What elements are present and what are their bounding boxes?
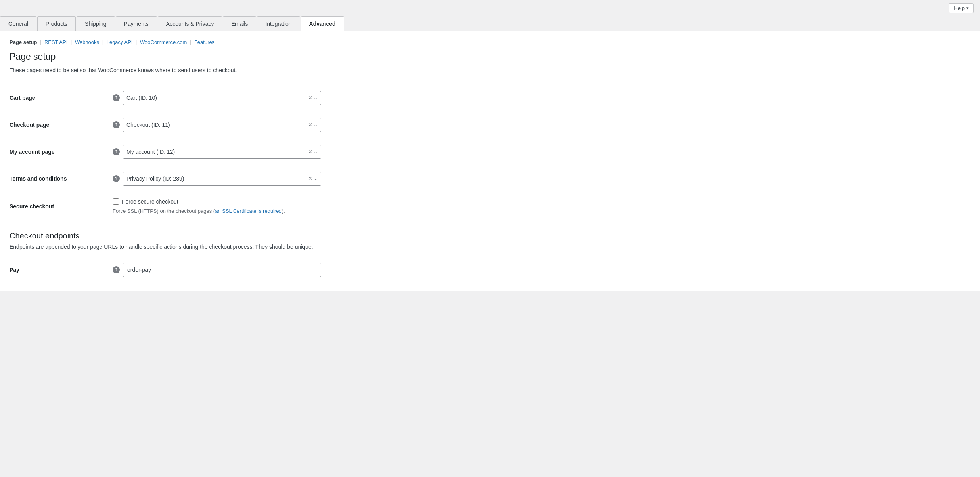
select-clear-icon[interactable]: ×: [308, 148, 312, 155]
endpoint-input-pay[interactable]: [123, 263, 321, 277]
help-icon[interactable]: ?: [113, 175, 120, 182]
tab-general[interactable]: General: [0, 16, 36, 31]
tabs-container: GeneralProductsShippingPaymentsAccounts …: [0, 16, 980, 31]
page-description: These pages need to be set so that WooCo…: [10, 67, 970, 73]
sub-nav-link-webhooks[interactable]: Webhooks: [75, 39, 99, 45]
help-icon[interactable]: ?: [113, 266, 120, 273]
select-cart-page[interactable]: Cart (ID: 10) × ⌄: [123, 91, 321, 105]
chevron-down-icon: ⌄: [314, 149, 318, 155]
select-value: Privacy Policy (ID: 289): [126, 176, 308, 182]
secure-checkout-label: Secure checkout: [10, 203, 54, 210]
field-label-2: My account page: [10, 149, 55, 155]
select-clear-icon[interactable]: ×: [308, 121, 312, 128]
force-secure-checkout-checkbox[interactable]: [113, 198, 119, 205]
select-checkout-page[interactable]: Checkout (ID: 11) × ⌄: [123, 118, 321, 132]
page-setup-form: Cart page? Cart (ID: 10) × ⌄ Checkout pa…: [10, 84, 970, 192]
select-value: Checkout (ID: 11): [126, 122, 308, 128]
chevron-down-icon: ⌄: [314, 122, 318, 128]
sub-nav-link-rest-api[interactable]: REST API: [44, 39, 67, 45]
tab-products[interactable]: Products: [37, 16, 76, 31]
sub-nav-separator: |: [69, 39, 73, 45]
chevron-down-icon: ⌄: [314, 95, 318, 101]
ssl-note: Force SSL (HTTPS) on the checkout pages …: [113, 208, 970, 214]
sub-nav-separator: |: [38, 39, 43, 45]
secure-checkout-form: Secure checkout Force secure checkout Fo…: [10, 192, 970, 220]
tab-payments[interactable]: Payments: [116, 16, 157, 31]
checkout-endpoints-heading: Checkout endpoints: [10, 231, 970, 240]
select-value: Cart (ID: 10): [126, 95, 308, 101]
sub-nav-separator: |: [134, 39, 138, 45]
sub-nav-separator: |: [101, 39, 105, 45]
tab-advanced[interactable]: Advanced: [301, 16, 344, 31]
table-row: Cart page? Cart (ID: 10) × ⌄: [10, 84, 970, 111]
page-title: Page setup: [10, 52, 970, 62]
force-secure-checkout-label: Force secure checkout: [122, 198, 178, 205]
help-icon[interactable]: ?: [113, 121, 120, 128]
ssl-link[interactable]: an SSL Certificate is required: [215, 208, 282, 214]
sub-nav-link-legacy-api[interactable]: Legacy API: [107, 39, 133, 45]
tab-emails[interactable]: Emails: [223, 16, 256, 31]
help-button[interactable]: Help: [949, 3, 974, 13]
table-row: Checkout page? Checkout (ID: 11) × ⌄: [10, 111, 970, 138]
select-clear-icon[interactable]: ×: [308, 175, 312, 182]
sub-nav-link-woocommercecom[interactable]: WooCommerce.com: [140, 39, 187, 45]
checkout-endpoints-form: Pay?: [10, 256, 970, 283]
content-area: Page setup | REST API | Webhooks | Legac…: [0, 31, 980, 291]
table-row: Pay?: [10, 256, 970, 283]
field-label-0: Cart page: [10, 95, 35, 101]
help-icon[interactable]: ?: [113, 148, 120, 155]
tab-shipping[interactable]: Shipping: [77, 16, 115, 31]
table-row: Terms and conditions? Privacy Policy (ID…: [10, 165, 970, 192]
sub-nav-link-features[interactable]: Features: [194, 39, 214, 45]
top-bar: Help: [0, 0, 980, 16]
select-value: My account (ID: 12): [126, 149, 308, 155]
select-terms-and-conditions[interactable]: Privacy Policy (ID: 289) × ⌄: [123, 172, 321, 186]
tab-accounts-privacy[interactable]: Accounts & Privacy: [158, 16, 222, 31]
sub-nav: Page setup | REST API | Webhooks | Legac…: [10, 39, 970, 45]
help-icon[interactable]: ?: [113, 94, 120, 101]
select-my-account-page[interactable]: My account (ID: 12) × ⌄: [123, 145, 321, 159]
sub-nav-separator: |: [188, 39, 193, 45]
tab-integration[interactable]: Integration: [257, 16, 300, 31]
field-label-3: Terms and conditions: [10, 176, 67, 182]
select-clear-icon[interactable]: ×: [308, 94, 312, 101]
field-label-1: Checkout page: [10, 122, 49, 128]
table-row: My account page? My account (ID: 12) × ⌄: [10, 138, 970, 165]
checkout-endpoints-description: Endpoints are appended to your page URLs…: [10, 244, 970, 250]
chevron-down-icon: ⌄: [314, 176, 318, 181]
endpoint-label-0: Pay: [10, 267, 19, 273]
sub-nav-current: Page setup: [10, 39, 37, 45]
